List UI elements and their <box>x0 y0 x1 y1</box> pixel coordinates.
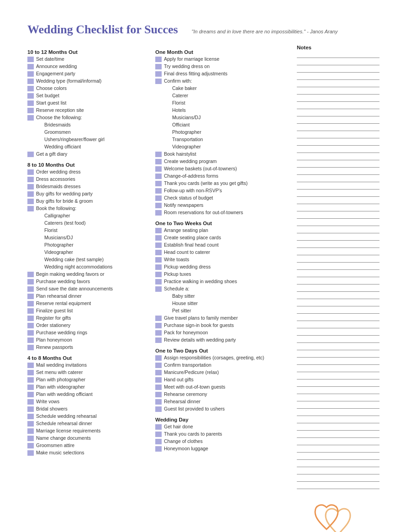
checkbox[interactable] <box>27 100 34 106</box>
checkbox[interactable] <box>27 421 34 427</box>
checkbox[interactable] <box>27 399 34 405</box>
checkbox[interactable] <box>155 188 162 194</box>
item-label: Review details with wedding party <box>164 337 236 343</box>
checkbox[interactable] <box>155 181 162 186</box>
checkbox[interactable] <box>27 64 34 69</box>
checkbox[interactable] <box>155 316 162 321</box>
checkbox[interactable] <box>27 86 34 91</box>
checkbox[interactable] <box>155 446 162 452</box>
checkbox[interactable] <box>155 355 162 361</box>
checkbox[interactable] <box>27 206 34 211</box>
checkbox[interactable] <box>27 450 34 456</box>
list-item: Start guest list <box>27 100 155 106</box>
checkbox[interactable] <box>27 428 34 434</box>
checkbox[interactable] <box>155 406 162 412</box>
section-heading: One to Two Weeks Out <box>155 221 297 226</box>
checkbox[interactable] <box>155 64 162 69</box>
checkbox[interactable] <box>27 286 34 292</box>
checkbox[interactable] <box>27 57 34 62</box>
checkbox[interactable] <box>27 337 34 343</box>
checkbox[interactable] <box>155 370 162 375</box>
checkbox[interactable] <box>27 169 34 175</box>
checkbox[interactable] <box>155 432 162 437</box>
checkbox[interactable] <box>155 235 162 241</box>
note-line <box>297 81 379 87</box>
list-item: Engagement party <box>27 71 155 77</box>
checkbox[interactable] <box>155 264 162 270</box>
note-line <box>297 446 379 453</box>
note-line <box>297 373 379 379</box>
checkbox[interactable] <box>155 174 162 179</box>
notes-heading: Notes <box>297 45 384 50</box>
checkbox[interactable] <box>27 330 34 336</box>
checkbox[interactable] <box>155 57 162 62</box>
checkbox[interactable] <box>155 272 162 277</box>
checkbox[interactable] <box>27 414 34 419</box>
checkbox[interactable] <box>27 184 34 190</box>
checkbox[interactable] <box>27 436 34 441</box>
checkbox[interactable] <box>155 71 162 77</box>
checkbox[interactable] <box>27 294 34 299</box>
checkbox[interactable] <box>27 71 34 77</box>
checkbox[interactable] <box>27 406 34 412</box>
checkbox[interactable] <box>27 443 34 448</box>
checkbox[interactable] <box>27 272 34 277</box>
checkbox[interactable] <box>155 79 162 84</box>
checkbox[interactable] <box>155 166 162 172</box>
checkbox[interactable] <box>155 399 162 405</box>
checkbox[interactable] <box>27 392 34 397</box>
note-line <box>297 307 379 314</box>
checkbox[interactable] <box>155 152 162 157</box>
checkbox[interactable] <box>155 203 162 208</box>
checkbox[interactable] <box>155 323 162 328</box>
checkbox[interactable] <box>155 257 162 263</box>
checkbox[interactable] <box>155 286 162 292</box>
checkbox[interactable] <box>155 337 162 343</box>
checkbox[interactable] <box>27 385 34 390</box>
checkbox[interactable] <box>155 330 162 336</box>
item-label: Marriage license requirements <box>36 428 100 434</box>
header: Wedding Checklist for Succes "In dreams … <box>27 23 384 37</box>
checkbox[interactable] <box>155 242 162 248</box>
checkbox[interactable] <box>155 424 162 430</box>
checkbox[interactable] <box>155 250 162 255</box>
checkbox[interactable] <box>27 301 34 306</box>
checkbox[interactable] <box>27 191 34 197</box>
checkbox[interactable] <box>155 392 162 397</box>
checkbox[interactable] <box>155 439 162 444</box>
item-label: Musicians/DJ <box>172 115 200 121</box>
checkbox[interactable] <box>27 279 34 284</box>
checkbox[interactable] <box>155 377 162 383</box>
list-item: Plan with photographer <box>27 377 155 383</box>
checkbox[interactable] <box>155 195 162 201</box>
item-label: Set budget <box>36 93 59 99</box>
checkbox[interactable] <box>27 199 34 204</box>
list-item: Arrange seating plan <box>155 227 297 234</box>
checkbox[interactable] <box>27 177 34 182</box>
checkbox[interactable] <box>27 323 34 328</box>
checkbox[interactable] <box>27 377 34 383</box>
checkbox[interactable] <box>27 79 34 84</box>
checkbox[interactable] <box>27 93 34 99</box>
checkbox[interactable] <box>27 316 34 321</box>
checkbox[interactable] <box>27 345 34 350</box>
checkbox[interactable] <box>27 152 34 157</box>
checkbox[interactable] <box>27 108 34 113</box>
checkbox[interactable] <box>155 363 162 368</box>
checkbox[interactable] <box>155 385 162 390</box>
checkbox[interactable] <box>27 370 34 375</box>
section-heading: One Month Out <box>155 49 297 55</box>
checkbox[interactable] <box>27 308 34 314</box>
checkbox[interactable] <box>155 228 162 233</box>
checkbox[interactable] <box>27 363 34 368</box>
checkbox[interactable] <box>155 210 162 216</box>
item-label: Write vows <box>36 399 59 405</box>
list-item: Thank you cards (write as you get gifts) <box>155 180 297 187</box>
checkbox[interactable] <box>27 115 34 121</box>
list-item: Rehearse ceremony <box>155 391 297 398</box>
note-line <box>297 417 379 423</box>
checkbox[interactable] <box>155 279 162 284</box>
note-line <box>297 439 379 445</box>
checkbox[interactable] <box>155 159 162 164</box>
list-item: Pickup tuxes <box>155 271 297 278</box>
